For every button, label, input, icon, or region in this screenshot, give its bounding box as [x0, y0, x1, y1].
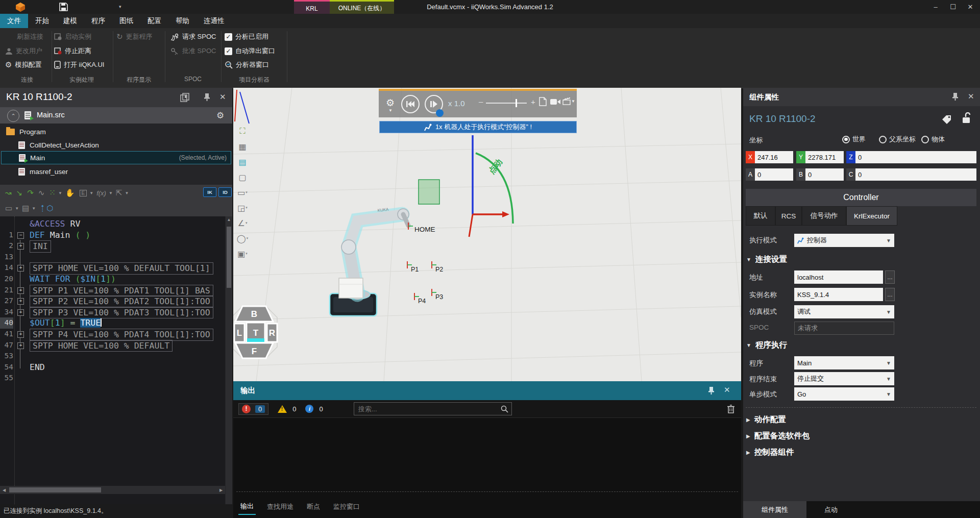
- logic-icon[interactable]: ⇱: [116, 188, 122, 198]
- tab-default[interactable]: 默认: [746, 206, 775, 226]
- record-caret-icon[interactable]: ▼: [571, 99, 575, 104]
- approve-spoc-button[interactable]: 批准 SPOC: [170, 45, 216, 57]
- change-user-button[interactable]: 更改用户: [5, 45, 42, 57]
- vertical-scrollbar[interactable]: ▲: [226, 216, 232, 518]
- menu-file[interactable]: 文件: [0, 14, 28, 28]
- code-line-access[interactable]: &ACCESS RV: [0, 218, 225, 230]
- waypoint-p3[interactable]: P3: [432, 289, 443, 301]
- pin-icon[interactable]: [203, 93, 211, 102]
- speed-minus-icon[interactable]: –: [479, 97, 483, 106]
- code-line-55[interactable]: 55: [0, 373, 225, 384]
- analysis-enabled-checkbox[interactable]: ✓ 分析已启用: [225, 31, 268, 42]
- render-mode-icon[interactable]: ▭▾: [235, 186, 250, 199]
- tree-item-masref[interactable]: masref_user: [0, 165, 232, 178]
- caret-icon[interactable]: ▼: [58, 191, 62, 195]
- program-end-dropdown[interactable]: 停止提交▼: [794, 372, 894, 385]
- menu-help[interactable]: 帮助: [168, 14, 197, 28]
- save-icon[interactable]: [59, 2, 68, 12]
- e-statement-icon[interactable]: E: [80, 190, 87, 196]
- code-line-21[interactable]: 21+SPTP P1 VEL=100 % PDAT1 TOOL[1] BAS: [0, 285, 225, 296]
- carried-box[interactable]: [339, 278, 363, 298]
- tree-folder-program[interactable]: Program: [0, 126, 232, 138]
- spline-icon[interactable]: ∿: [38, 188, 45, 198]
- code-line-27[interactable]: 27+SPTP P2 VEL=100 % PDAT2 TOOL[1]:TOO: [0, 295, 225, 307]
- tab-signal-actions[interactable]: 信号动作: [802, 206, 846, 226]
- fold-expand-icon[interactable]: +: [17, 265, 24, 272]
- warning-filter-toggle[interactable]: 0: [278, 405, 296, 413]
- tab-online[interactable]: ONLINE（在线）: [330, 0, 394, 15]
- tab-find-usages[interactable]: 查找用途: [265, 499, 296, 514]
- menu-program[interactable]: 程序: [84, 14, 112, 28]
- code-editor[interactable]: &ACCESS RV1−DEF Main ( )2+INI1314+SPTP H…: [0, 216, 225, 518]
- tab-component-properties[interactable]: 组件属性: [743, 501, 806, 518]
- connection-settings-section[interactable]: ▼ 连接设置: [746, 254, 787, 265]
- menu-modeling[interactable]: 建模: [56, 14, 84, 28]
- menu-config[interactable]: 配置: [140, 14, 168, 28]
- instance-browse-button[interactable]: …: [885, 288, 895, 301]
- y-value[interactable]: 2278.171: [805, 151, 844, 163]
- clear-output-trash-icon[interactable]: [727, 404, 735, 413]
- speed-slider-track[interactable]: [486, 103, 527, 104]
- code-line-2[interactable]: 2+INI: [0, 240, 225, 252]
- c-value[interactable]: 0: [855, 168, 976, 181]
- b-field[interactable]: B 0: [796, 168, 844, 181]
- fold-expand-icon[interactable]: +: [17, 309, 24, 316]
- scirc-motion-icon[interactable]: ↷: [27, 188, 34, 198]
- waypoint-p2[interactable]: P2: [432, 261, 443, 273]
- grid-cube-icon[interactable]: ▦: [235, 140, 250, 153]
- scroll-up-arrow-icon[interactable]: ▲: [226, 216, 232, 223]
- tree-item-colldetect[interactable]: CollDetect_UserAction: [0, 139, 232, 151]
- caret-icon[interactable]: ▼: [15, 206, 19, 211]
- search-icon[interactable]: [501, 405, 508, 413]
- fold-expand-icon[interactable]: +: [17, 331, 24, 338]
- section-view-icon[interactable]: ◲▾: [235, 201, 250, 214]
- speed-plus-icon[interactable]: +: [531, 97, 535, 106]
- splitter-handle[interactable]: [236, 491, 738, 492]
- waypoint-p4[interactable]: P4: [414, 293, 426, 305]
- fit-view-icon[interactable]: ⛶: [235, 125, 250, 138]
- id-toggle-button[interactable]: ID: [218, 187, 232, 197]
- waypoint-p1[interactable]: P1: [407, 261, 419, 273]
- radio-object[interactable]: 物体: [921, 135, 945, 144]
- rewind-button[interactable]: [401, 95, 420, 113]
- code-line-14[interactable]: 14+SPTP HOME VEL=100 % DEFAULT TOOL[1]: [0, 262, 225, 274]
- playback-settings-gear-icon[interactable]: ⚙: [386, 97, 395, 109]
- radio-world[interactable]: 世界: [842, 135, 866, 144]
- controller-components-section[interactable]: ▶ 控制器组件: [746, 447, 794, 458]
- analyzer-window-button[interactable]: 分析器窗口: [225, 59, 269, 70]
- tab-rcs[interactable]: RCS: [775, 206, 802, 226]
- open-iiqka-button[interactable]: 打开 iiQKA.UI: [54, 59, 104, 70]
- caret-icon[interactable]: ▼: [109, 191, 113, 195]
- pdf-export-icon[interactable]: [539, 97, 547, 106]
- program-execution-section[interactable]: ▼ 程序执行: [746, 340, 787, 351]
- menu-start[interactable]: 开始: [28, 14, 56, 28]
- y-field[interactable]: Y 2278.171: [796, 151, 844, 163]
- speed-slider-thumb[interactable]: [516, 99, 517, 107]
- maximize-button[interactable]: ☐: [944, 0, 962, 13]
- tab-breakpoints[interactable]: 断点: [305, 499, 322, 514]
- z-field[interactable]: Z 0: [846, 151, 976, 163]
- close-button[interactable]: ✕: [962, 0, 979, 13]
- code-line-34[interactable]: 34+SPTP P3 VEL=100 % PDAT3 TOOL[1]:TOO: [0, 307, 225, 318]
- tree-item-main-selected[interactable]: Main (Selected, Active): [1, 151, 231, 164]
- sphere-view-icon[interactable]: ◯▾: [235, 232, 250, 245]
- scroll-thumb[interactable]: [9, 487, 101, 492]
- tab-watch-window[interactable]: 监控窗口: [331, 499, 362, 514]
- float-panel-icon[interactable]: [180, 92, 190, 103]
- scroll-thumb[interactable]: [227, 227, 231, 288]
- import-shape-icon[interactable]: ⭫⬡: [39, 204, 53, 213]
- home-marker[interactable]: HOME: [408, 223, 435, 233]
- a-field[interactable]: A 0: [746, 168, 793, 181]
- tab-krlexecutor[interactable]: KrlExecutor: [846, 206, 897, 226]
- execution-mode-banner[interactable]: 1x 机器人处于执行模式“控制器” !: [379, 121, 577, 133]
- hand-icon[interactable]: ✋: [65, 188, 75, 198]
- caret-icon[interactable]: ▼: [32, 206, 36, 211]
- file-settings-gear-icon[interactable]: ⚙: [216, 110, 224, 121]
- code-line-41[interactable]: 41+SPTP P4 VEL=100 % PDAT4 TOOL[1]:TOO: [0, 329, 225, 340]
- fold-collapse-icon[interactable]: −: [17, 232, 24, 239]
- action-config-section[interactable]: ▶ 动作配置: [746, 414, 786, 425]
- cube-outline-icon[interactable]: ▢: [235, 170, 250, 184]
- pin-icon[interactable]: [707, 386, 715, 395]
- unlock-icon[interactable]: [962, 112, 971, 124]
- refresh-connection-button[interactable]: 刷新连接: [17, 31, 43, 42]
